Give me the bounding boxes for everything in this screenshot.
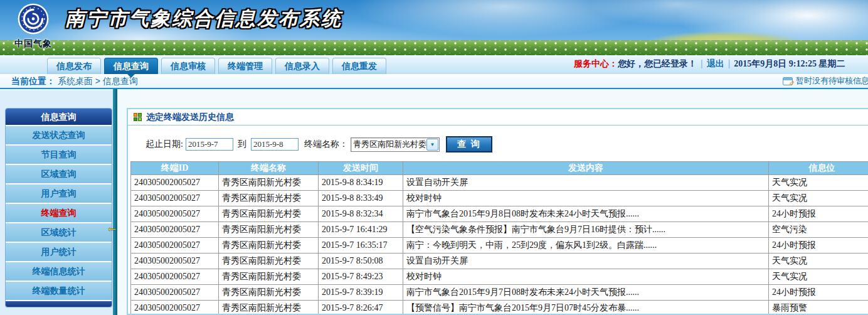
sidebar: 信息查询 发送状态查询节目查询区域查询用户查询终端查询区域统计用户统计终端信息统… — [5, 108, 112, 307]
table-cell: 校对时钟 — [403, 191, 769, 206]
table-cell: 240305002005027 — [131, 285, 219, 301]
panel-title: 选定终端发送历史信息 — [146, 112, 234, 123]
review-notice-text: 暂时没有待审核信息 — [796, 75, 868, 87]
table-cell: 设置自动开关屏 — [403, 254, 769, 269]
sidebar-item-1[interactable]: 节目查询 — [6, 146, 112, 164]
table-cell: 校对时钟 — [403, 269, 769, 285]
table-cell: 天气实况 — [769, 191, 868, 206]
sidebar-title: 信息查询 — [6, 109, 112, 125]
table-cell: 青秀区南阳新光村委 — [219, 206, 319, 222]
table-cell: 240305002005027 — [131, 175, 219, 191]
nav-tab-4[interactable]: 信息录入 — [275, 58, 329, 74]
nav-tab-1[interactable]: 信息查询 — [104, 58, 158, 74]
page-title: 南宁市气象综合信息发布系统 — [65, 6, 342, 32]
table-row: 240305002005027青秀区南阳新光村委2015-9-7 8:26:47… — [131, 301, 868, 315]
to-label: 到 — [238, 139, 246, 150]
sidebar-items: 发送状态查询节目查询区域查询用户查询终端查询区域统计用户统计终端信息统计终端数量… — [6, 126, 112, 300]
login-greeting: 您好，您已经登录！ — [618, 58, 697, 68]
note-pencil-icon — [783, 77, 793, 85]
table-cell: 240305002005027 — [131, 206, 219, 222]
sidebar-item-5[interactable]: 区域统计 — [6, 223, 112, 242]
terminal-selected-value: 青秀区南阳新光村委 — [351, 139, 426, 150]
table-row: 240305002005027青秀区南阳新光村委2015-9-7 16:35:1… — [131, 238, 868, 254]
table-cell: 青秀区南阳新光村委 — [219, 191, 319, 206]
grid-icon — [134, 113, 142, 121]
chevron-down-icon: ▼ — [426, 139, 438, 151]
table-cell: 南宁市气象台2015年9月7日08时发布未来24小时天气预报...... — [403, 285, 769, 301]
table-row: 240305002005027青秀区南阳新光村委2015-9-7 16:41:2… — [131, 222, 868, 238]
table-cell: 暴雨预警 — [769, 301, 868, 315]
table-cell: 240305002005027 — [131, 238, 219, 254]
table-row: 240305002005027青秀区南阳新光村委2015-9-7 8:49:23… — [131, 269, 868, 285]
table-row: 240305002005027青秀区南阳新光村委2015-9-7 8:50:08… — [131, 254, 868, 269]
service-center-label: 服务中心： — [574, 58, 618, 68]
table-header-row: 终端ID终端名称发送时间发送内容信息位 — [131, 162, 868, 175]
table-cell: 空气污染 — [769, 222, 868, 238]
date-to-input[interactable] — [251, 138, 299, 151]
logout-link[interactable]: 退出 — [707, 58, 724, 68]
breadcrumb-path[interactable]: 系统桌面 > 信息查询 — [58, 76, 138, 86]
datetime-text: 2015年9月8日 9:12:25 星期二 — [734, 59, 845, 68]
date-range-label: 起止日期: — [146, 139, 183, 150]
table-cell: 青秀区南阳新光村委 — [219, 238, 319, 254]
sidebar-item-2[interactable]: 区域查询 — [6, 165, 112, 183]
table-cell: 2015-9-7 8:49:23 — [319, 269, 403, 285]
cma-logo: 中国气象 — [11, 3, 55, 50]
table-cell: 2015-9-7 8:39:19 — [319, 285, 403, 301]
nav-tab-0[interactable]: 信息发布 — [47, 58, 101, 74]
sidebar-item-0[interactable]: 发送状态查询 — [6, 126, 112, 144]
table-cell: 240305002005027 — [131, 254, 219, 269]
logo-caption: 中国气象 — [11, 38, 55, 50]
date-from-input[interactable] — [186, 138, 233, 151]
breadcrumb: 当前位置： 系统桌面 > 信息查询 — [11, 76, 138, 87]
table-cell: 【预警信号】南宁市气象台2015年9月7日07时45分发布暴...... — [403, 301, 769, 315]
query-form: 起止日期: 到 终端名称： 青秀区南阳新光村委 ▼ 查 询 — [146, 136, 868, 152]
column-header-3: 发送内容 — [403, 162, 769, 175]
nav-tab-2[interactable]: 信息审核 — [161, 58, 215, 74]
table-cell: 天气实况 — [769, 254, 868, 269]
table-cell: 青秀区南阳新光村委 — [219, 285, 319, 301]
table-cell: 青秀区南阳新光村委 — [219, 222, 319, 238]
column-header-4: 信息位 — [769, 162, 868, 175]
table-cell: 2015-9-8 8:32:34 — [319, 206, 403, 222]
table-cell: 南宁市气象台2015年9月8日08时发布未来24小时天气预报...... — [403, 206, 769, 222]
column-header-0: 终端ID — [131, 162, 219, 175]
table-cell: 天气实况 — [769, 175, 868, 191]
column-header-2: 发送时间 — [319, 162, 403, 175]
table-cell: 南宁：今晚到明天，中雨，25到29度，偏东风1到2级。白露踹...... — [403, 238, 769, 254]
query-button[interactable]: 查 询 — [446, 136, 492, 152]
table-cell: 2015-9-7 16:41:29 — [319, 222, 403, 238]
table-row: 240305002005027青秀区南阳新光村委2015-9-8 8:32:34… — [131, 206, 868, 222]
table-cell: 24小时预报 — [769, 285, 868, 301]
sidebar-divider — [113, 89, 117, 315]
table-cell: 2015-9-8 8:33:49 — [319, 191, 403, 206]
user-info: 服务中心：您好，您已经登录！|退出|2015年9月8日 9:12:25 星期二 — [574, 58, 845, 70]
history-table: 终端ID终端名称发送时间发送内容信息位 240305002005027青秀区南阳… — [130, 161, 868, 315]
table-cell: 24小时预报 — [769, 206, 868, 222]
terminal-select[interactable]: 青秀区南阳新光村委 ▼ — [351, 137, 440, 152]
table-cell: 天气实况 — [769, 269, 868, 285]
table-cell: 设置自动开关屏 — [403, 175, 769, 191]
sidebar-item-8[interactable]: 终端数量统计 — [6, 282, 112, 300]
table-row: 240305002005027青秀区南阳新光村委2015-9-7 8:39:19… — [131, 285, 868, 301]
main-panel: 选定终端发送历史信息 起止日期: 到 终端名称： 青秀区南阳新光村委 ▼ 查 询… — [127, 108, 868, 315]
sidebar-footer — [6, 301, 112, 307]
review-notice[interactable]: 暂时没有待审核信息 — [783, 75, 868, 87]
table-cell: 240305002005027 — [131, 222, 219, 238]
cma-spiral-logo-icon — [17, 3, 50, 35]
table-cell: 240305002005027 — [131, 301, 219, 315]
left-arrow-icon[interactable]: ← — [106, 221, 118, 235]
sidebar-item-3[interactable]: 用户查询 — [6, 184, 112, 203]
sidebar-item-4[interactable]: 终端查询 — [6, 204, 112, 222]
table-row: 240305002005027青秀区南阳新光村委2015-9-8 8:34:19… — [131, 175, 868, 191]
sidebar-item-6[interactable]: 用户统计 — [6, 243, 112, 261]
nav-tabs: 信息发布信息查询信息审核终端管理信息录入信息重发 — [47, 58, 386, 74]
column-header-1: 终端名称 — [219, 162, 319, 175]
terminal-name-label: 终端名称： — [304, 139, 348, 150]
sidebar-item-7[interactable]: 终端信息统计 — [6, 262, 112, 280]
table-row: 240305002005027青秀区南阳新光村委2015-9-8 8:33:49… — [131, 191, 868, 206]
table-cell: 青秀区南阳新光村委 — [219, 269, 319, 285]
separator: | — [728, 58, 731, 68]
nav-tab-5[interactable]: 信息重发 — [332, 58, 386, 74]
nav-tab-3[interactable]: 终端管理 — [218, 58, 272, 74]
